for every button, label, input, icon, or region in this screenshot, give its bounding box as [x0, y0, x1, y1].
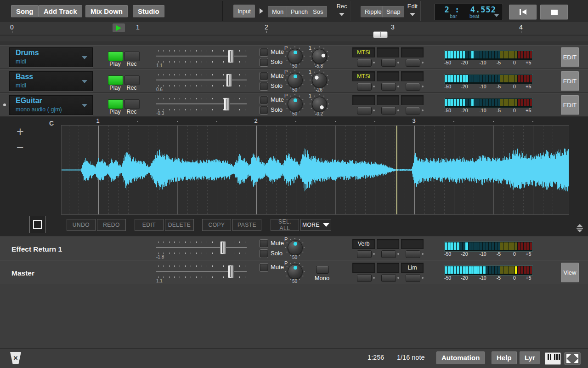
effect-slot[interactable] [401, 47, 424, 58]
volume-fader[interactable]: 1.1 [156, 260, 247, 284]
waveform-canvas[interactable] [62, 126, 569, 214]
rec-dropdown[interactable]: Rec [332, 3, 352, 18]
time-dropdown-arrow-icon[interactable] [494, 14, 499, 17]
effect-slot[interactable]: MTSi [352, 71, 375, 81]
track-dropdown-icon[interactable] [82, 56, 87, 59]
mute-checkbox[interactable] [260, 239, 268, 248]
zoom-in-button[interactable]: + [14, 126, 26, 138]
pan-p-knob[interactable]: P 50 [283, 236, 306, 260]
row-action-button[interactable]: EDIT [561, 71, 579, 91]
effect-slot-button[interactable] [357, 59, 372, 67]
effect-slot[interactable]: Verb [352, 239, 375, 249]
zoom-out-button[interactable]: − [14, 142, 26, 154]
editor-ruler[interactable]: 123 [61, 117, 568, 125]
effect-slot[interactable] [352, 95, 375, 105]
row-action-button[interactable]: EDIT [561, 95, 579, 115]
punch-button[interactable]: Punch [287, 6, 312, 17]
input-expand-arrow-icon[interactable] [260, 8, 263, 14]
volume-fader[interactable]: -0.3 [156, 93, 247, 116]
track-name-box[interactable]: Effect Return 1 [9, 239, 93, 259]
effect-slot[interactable] [401, 71, 424, 81]
mix-down-button[interactable]: Mix Down [85, 5, 128, 17]
track-name-box[interactable]: Master [9, 263, 93, 282]
pan-knob[interactable]: 1 -0.2 [308, 93, 331, 116]
timeline-scrollbar[interactable] [0, 34, 588, 35]
sos-button[interactable]: Sos [309, 6, 327, 17]
mono-button[interactable] [316, 266, 329, 274]
effect-slot[interactable] [352, 263, 375, 273]
redo-button[interactable]: REDO [97, 219, 126, 231]
help-button[interactable]: Help [492, 351, 517, 364]
pan-p-knob[interactable]: P 50 [283, 260, 306, 284]
effect-slot[interactable] [401, 239, 424, 249]
effect-slot-button[interactable] [381, 250, 396, 258]
effect-slot[interactable] [377, 95, 399, 105]
effect-slot[interactable]: MTSi [352, 47, 375, 58]
solo-checkbox[interactable] [260, 58, 268, 67]
time-display[interactable]: 2 : 4.552 bar beat [434, 4, 503, 20]
play-button[interactable] [108, 52, 123, 61]
more-button[interactable]: MORE [300, 219, 331, 231]
editor-resize-grip[interactable] [576, 224, 584, 232]
track-dropdown-icon[interactable] [82, 104, 87, 107]
rec-dropdown-arrow-icon[interactable] [339, 13, 345, 16]
effect-slot-button[interactable] [406, 83, 420, 91]
row-action-button[interactable]: View [561, 263, 579, 282]
knob-dial[interactable] [288, 240, 303, 255]
effect-slot[interactable] [377, 71, 399, 81]
snap-button[interactable]: Snap [382, 6, 404, 17]
song-button[interactable]: Song [11, 5, 39, 17]
effect-slot[interactable] [377, 263, 399, 273]
mute-checkbox[interactable] [260, 72, 268, 80]
mute-checkbox[interactable] [260, 48, 268, 57]
fullscreen-toggle-button[interactable] [564, 352, 581, 365]
pan-p-knob[interactable]: P 50 [283, 45, 306, 69]
rec-button[interactable] [124, 52, 140, 61]
track-name-box[interactable]: EGuitar mono audio (.gjm) [9, 95, 93, 115]
piano-keyboard-button[interactable] [545, 352, 561, 365]
effect-slot-button[interactable] [357, 274, 372, 282]
lyr-button[interactable]: Lyr [520, 351, 540, 364]
play-button[interactable] [108, 75, 123, 85]
mon-button[interactable]: Mon [268, 6, 288, 17]
effect-slot-button[interactable] [357, 107, 372, 115]
pan-p-knob[interactable]: P 50 [283, 93, 306, 116]
knob-dial[interactable] [288, 97, 303, 112]
knob-dial[interactable] [288, 264, 303, 279]
track-dropdown-icon[interactable] [82, 80, 87, 83]
undo-button[interactable]: UNDO [67, 219, 96, 231]
select-all-button[interactable]: SEL. ALL [271, 219, 299, 231]
effect-slot-button[interactable] [406, 250, 420, 258]
effect-slot-button[interactable] [381, 274, 396, 282]
effect-slot-button[interactable] [381, 83, 396, 91]
mute-checkbox[interactable] [260, 263, 268, 272]
volume-fader[interactable]: -1.8 [156, 236, 247, 260]
solo-checkbox[interactable] [260, 249, 268, 258]
effect-slot-button[interactable] [406, 107, 420, 115]
edit-dropdown-arrow-icon[interactable] [410, 13, 415, 16]
rec-button[interactable] [124, 75, 140, 85]
rec-button[interactable] [124, 99, 140, 109]
effect-slot-button[interactable] [406, 59, 420, 67]
knob-dial[interactable] [288, 73, 303, 88]
effect-slot[interactable] [401, 95, 424, 105]
input-button[interactable]: Input [233, 5, 255, 18]
effect-slot-button[interactable] [381, 107, 396, 115]
effect-slot[interactable] [377, 47, 399, 58]
knob-dial[interactable] [312, 49, 327, 64]
pan-knob[interactable]: 1 -5.8 [308, 45, 331, 69]
skip-to-start-button[interactable] [509, 5, 537, 20]
paste-button[interactable]: PASTE [232, 219, 261, 231]
track-name-box[interactable]: Bass midi [9, 71, 93, 91]
solo-checkbox[interactable] [260, 106, 268, 115]
effect-slot-button[interactable] [381, 59, 396, 67]
timeline-ruler[interactable]: 01234 [0, 22, 588, 42]
edit-button[interactable]: EDIT [135, 219, 164, 231]
track-name-box[interactable]: Drums midi [9, 47, 93, 67]
timeline-scroll-handle[interactable] [373, 31, 388, 38]
knob-dial[interactable] [312, 73, 327, 88]
effect-slot-button[interactable] [357, 250, 372, 258]
pan-p-knob[interactable]: P 50 [283, 69, 306, 92]
copy-button[interactable]: COPY [202, 219, 231, 231]
volume-fader[interactable]: 0.6 [156, 69, 247, 92]
